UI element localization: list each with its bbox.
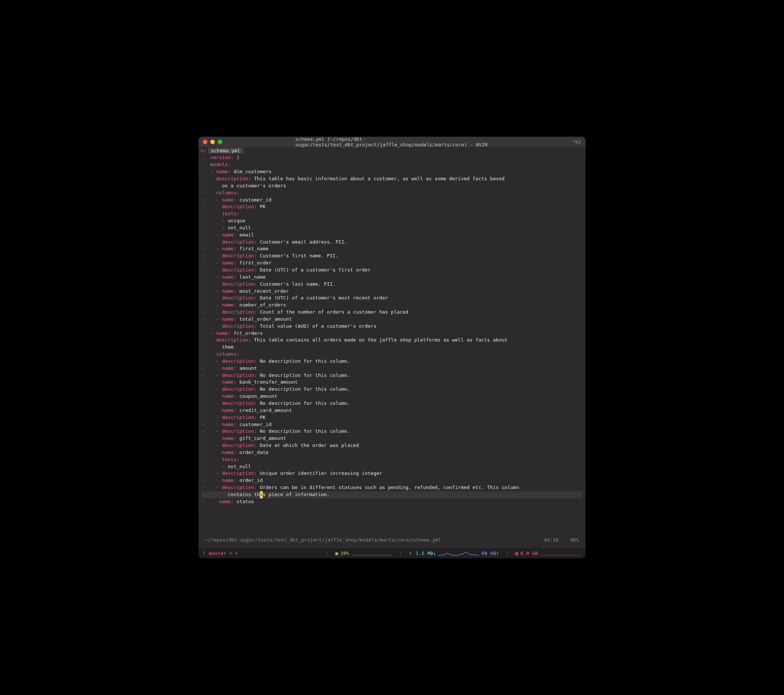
- vim-statusline: ~/repos/dbt-sugar/tests/test_dbt_project…: [201, 535, 583, 547]
- editor-pane[interactable]: _ version: 2 ~ models: ~ - name: dim_cus…: [198, 154, 586, 548]
- tab-active[interactable]: schema.yml: [208, 148, 243, 154]
- mem-icon: ▤: [515, 550, 518, 556]
- terminal-window: schema.yml (~/repos/dbt-sugar/tests/test…: [198, 137, 586, 558]
- net-icon: ᯤ: [409, 550, 413, 556]
- net-sparkline: [438, 551, 479, 555]
- status-percent: 98%: [570, 537, 579, 543]
- cursor: i: [260, 491, 263, 499]
- tmux-statusbar: ᚠ master + • | ▣ 20% | ᯤ 1.5 MB↓ 68 kB↑ …: [198, 548, 586, 558]
- cpu-widget: ▣ 20%: [335, 550, 392, 556]
- titlebar[interactable]: schema.yml (~/repos/dbt-sugar/tests/test…: [198, 137, 586, 147]
- window-shortcut: ⌃⌘2: [573, 139, 581, 145]
- maximize-button[interactable]: [218, 140, 222, 144]
- status-cursor-pos: 49:18: [544, 537, 558, 543]
- mem-widget: ▤ 6.0 GB: [515, 550, 581, 556]
- git-branch: ᚠ master + •: [203, 550, 238, 556]
- cpu-icon: ▣: [335, 550, 338, 556]
- cursor-line: ~ contains this piece of information.: [201, 491, 583, 499]
- tab-prefix: m/: [201, 148, 207, 154]
- minimize-button[interactable]: [210, 140, 215, 144]
- close-button[interactable]: [203, 140, 208, 144]
- branch-icon: ᚠ: [203, 550, 206, 556]
- status-filepath: ~/repos/dbt-sugar/tests/test_dbt_project…: [205, 537, 441, 544]
- net-widget: ᯤ 1.5 MB↓ 68 kB↑: [409, 550, 499, 556]
- buffer-tabs: m/ schema.yml: [198, 147, 586, 154]
- traffic-lights: [203, 140, 222, 144]
- window-title: schema.yml (~/repos/dbt-sugar/tests/test…: [295, 137, 489, 147]
- cpu-sparkline: [351, 551, 392, 555]
- mem-sparkline: [540, 551, 581, 555]
